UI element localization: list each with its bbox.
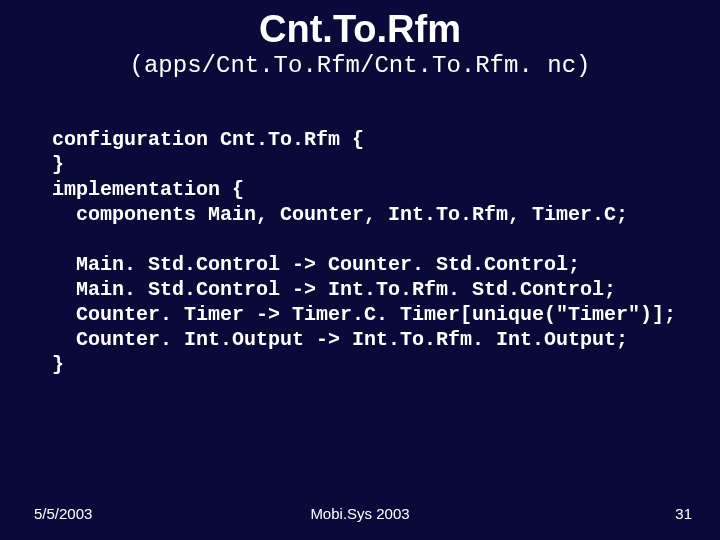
code-block: configuration Cnt.To.Rfm { } implementat… bbox=[52, 127, 720, 377]
footer-page-number: 31 bbox=[675, 505, 692, 522]
slide: Cnt.To.Rfm (apps/Cnt.To.Rfm/Cnt.To.Rfm. … bbox=[0, 0, 720, 540]
slide-subtitle: (apps/Cnt.To.Rfm/Cnt.To.Rfm. nc) bbox=[0, 52, 720, 79]
footer-center: Mobi.Sys 2003 bbox=[0, 505, 720, 522]
slide-title: Cnt.To.Rfm bbox=[0, 0, 720, 50]
